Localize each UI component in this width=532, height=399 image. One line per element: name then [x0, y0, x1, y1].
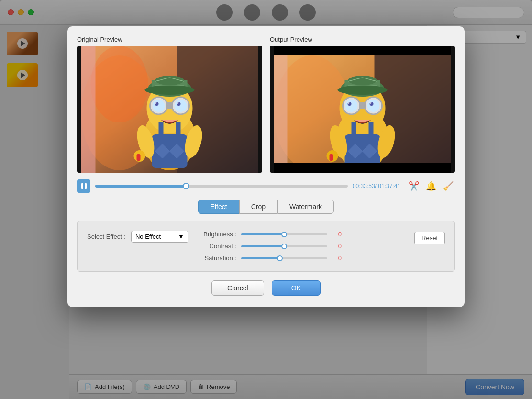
original-preview-panel: Original Preview	[77, 36, 262, 173]
bell-button[interactable]: 🔔	[424, 179, 438, 193]
scissors-button[interactable]: ✂️	[407, 179, 421, 193]
saturation-fill	[241, 257, 280, 259]
effect-select-row: Select Effect : No Effect ▼	[87, 231, 188, 243]
output-preview-label: Output Preview	[270, 36, 455, 43]
tab-crop-label: Crop	[251, 203, 266, 211]
time-display: 00:33:53/ 01:37:41	[353, 183, 400, 189]
contrast-label: Contrast :	[198, 243, 236, 250]
original-video-svg	[77, 46, 262, 173]
progress-bar[interactable]	[95, 185, 348, 188]
effects-panel: Select Effect : No Effect ▼ Brightness :	[77, 221, 455, 272]
ok-label: OK	[291, 284, 301, 292]
svg-rect-57	[352, 122, 356, 136]
modal-dialog: Original Preview	[67, 26, 465, 307]
svg-point-21	[175, 100, 187, 112]
ok-button[interactable]: OK	[272, 280, 321, 296]
brightness-fill	[241, 233, 284, 235]
svg-rect-25	[159, 122, 164, 136]
progress-thumb[interactable]	[183, 183, 189, 189]
contrast-value: 0	[332, 243, 342, 250]
cancel-button[interactable]: Cancel	[211, 280, 264, 296]
svg-rect-65	[274, 46, 451, 55]
saturation-thumb[interactable]	[277, 255, 283, 261]
svg-point-23	[177, 102, 179, 104]
contrast-track[interactable]	[241, 245, 327, 247]
output-preview-video	[270, 46, 455, 173]
saturation-label: Saturation :	[198, 255, 236, 262]
brightness-track[interactable]	[241, 233, 327, 235]
svg-point-17	[153, 100, 165, 112]
brightness-value: 0	[332, 231, 342, 238]
svg-rect-26	[176, 122, 181, 136]
playback-controls: 00:33:53/ 01:37:41 ✂️ 🔔 🧹	[77, 179, 455, 193]
time-total: 01:37:41	[378, 183, 400, 189]
slider-section: Brightness : 0 Contrast :	[198, 231, 405, 262]
svg-point-55	[370, 102, 372, 104]
select-effect-label: Select Effect :	[87, 233, 125, 240]
brightness-label: Brightness :	[198, 231, 236, 238]
original-preview-video	[77, 46, 262, 173]
pause-button[interactable]	[77, 179, 90, 193]
effect-dropdown-value: No Effect	[135, 233, 161, 240]
svg-point-11	[145, 85, 195, 95]
time-current: 00:33:53	[353, 183, 375, 189]
pause-bar-1	[81, 183, 83, 189]
svg-rect-58	[369, 122, 374, 136]
action-icons: ✂️ 🔔 🧹	[407, 179, 455, 193]
brightness-thumb[interactable]	[281, 232, 287, 237]
reset-button[interactable]: Reset	[414, 232, 445, 244]
output-preview-panel: Output Preview	[270, 36, 455, 173]
dialog-buttons: Cancel OK	[77, 280, 455, 296]
tab-effect-label: Effect	[210, 203, 227, 211]
reset-label: Reset	[421, 234, 438, 242]
tab-effect[interactable]: Effect	[198, 200, 239, 214]
svg-rect-37	[274, 46, 288, 173]
tab-watermark[interactable]: Watermark	[277, 200, 334, 214]
broom-button[interactable]: 🧹	[442, 179, 455, 193]
tabs-section: Effect Crop Watermark	[77, 200, 455, 214]
modal-overlay: Original Preview	[0, 0, 532, 399]
effects-main-row: Select Effect : No Effect ▼ Brightness :	[87, 231, 445, 262]
contrast-row: Contrast : 0	[198, 243, 405, 250]
effect-dropdown[interactable]: No Effect ▼	[131, 231, 188, 243]
svg-point-19	[155, 102, 157, 104]
svg-rect-64	[330, 154, 333, 161]
svg-point-43	[338, 85, 388, 95]
svg-rect-32	[137, 154, 141, 161]
app-window: Ultim... ▼ 📄 Add File(s) 💿 Add DVD 🗑 R	[0, 0, 532, 399]
contrast-fill	[241, 245, 284, 247]
svg-rect-66	[274, 163, 451, 173]
pause-icon	[81, 183, 87, 189]
svg-point-4	[91, 46, 148, 122]
svg-point-53	[367, 100, 380, 112]
saturation-value: 0	[332, 255, 342, 262]
preview-section: Original Preview	[77, 36, 455, 173]
tab-watermark-label: Watermark	[289, 203, 322, 211]
svg-rect-5	[81, 46, 96, 173]
original-preview-label: Original Preview	[77, 36, 262, 43]
brightness-row: Brightness : 0	[198, 231, 405, 238]
svg-point-49	[345, 100, 358, 112]
output-video-svg	[270, 46, 455, 173]
broom-icon: 🧹	[443, 181, 454, 191]
contrast-thumb[interactable]	[281, 244, 287, 249]
effect-dropdown-chevron-icon: ▼	[178, 233, 184, 240]
pause-bar-2	[85, 183, 87, 189]
cancel-label: Cancel	[227, 284, 248, 292]
tab-crop[interactable]: Crop	[239, 200, 277, 214]
scissors-icon: ✂️	[409, 181, 419, 191]
svg-point-51	[348, 102, 350, 104]
saturation-row: Saturation : 0	[198, 255, 405, 262]
saturation-track[interactable]	[241, 257, 327, 259]
progress-fill	[95, 185, 186, 188]
bell-icon: 🔔	[426, 181, 436, 191]
